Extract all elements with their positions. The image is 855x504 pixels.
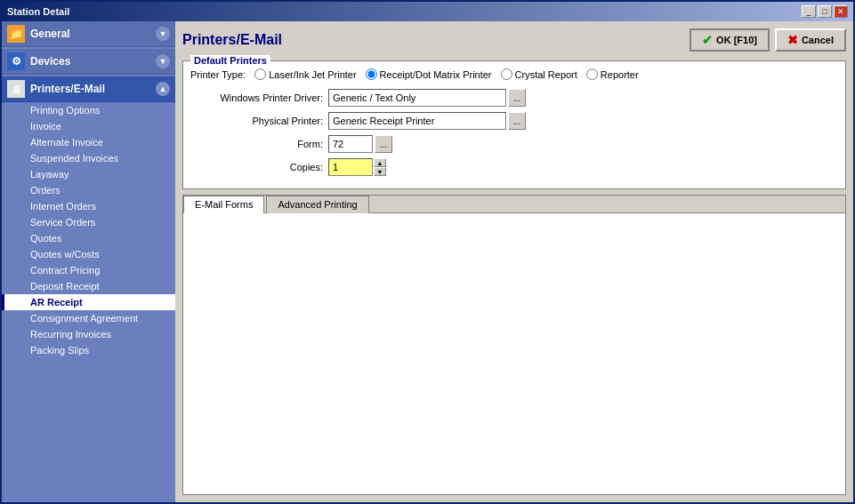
sidebar-item-orders[interactable]: Orders	[2, 182, 175, 198]
ok-button[interactable]: ✔ OK [F10]	[690, 28, 770, 52]
sidebar-section-devices: ⚙ Devices ▼	[2, 49, 175, 75]
copies-decrement-button[interactable]: ▼	[374, 167, 386, 176]
panel-title: Printers/E-Mail	[182, 32, 282, 48]
sidebar-item-alternate-invoice[interactable]: Alternate Invoice	[2, 134, 175, 150]
sidebar: 📁 General ▼ ⚙ Devices ▼ 🖨 Printers/E-Mai…	[2, 21, 175, 502]
sidebar-general-label: General	[30, 28, 70, 40]
radio-laser[interactable]: Laser/Ink Jet Printer	[254, 68, 356, 80]
maximize-button[interactable]: □	[818, 5, 832, 18]
sidebar-section-general: 📁 General ▼	[2, 21, 175, 47]
header-buttons: ✔ OK [F10] ✖ Cancel	[690, 28, 846, 52]
form-row: Form: ...	[190, 135, 838, 153]
sidebar-item-recurring-invoices[interactable]: Recurring Invoices	[2, 326, 175, 342]
tab-section: E-Mail Forms Advanced Printing	[182, 195, 846, 495]
physical-printer-label: Physical Printer:	[190, 116, 328, 126]
sidebar-item-invoice[interactable]: Invoice	[2, 118, 175, 134]
printers-chevron: ▲	[156, 82, 170, 96]
sidebar-item-internet-orders[interactable]: Internet Orders	[2, 198, 175, 214]
radio-laser-label: Laser/Ink Jet Printer	[269, 69, 356, 80]
sidebar-item-layaway[interactable]: Layaway	[2, 166, 175, 182]
tab-email-forms[interactable]: E-Mail Forms	[183, 196, 264, 213]
sidebar-item-printing-options[interactable]: Printing Options	[2, 102, 175, 118]
printers-icon: 🖨	[7, 80, 25, 98]
general-chevron: ▼	[156, 27, 170, 41]
copies-row: Copies: ▲ ▼	[190, 158, 838, 176]
ok-check-icon: ✔	[702, 33, 713, 47]
sidebar-printers-label: Printers/E-Mail	[30, 83, 105, 95]
windows-driver-row: Windows Printer Driver: ...	[190, 89, 838, 107]
cancel-x-icon: ✖	[787, 33, 798, 47]
sidebar-devices-label: Devices	[30, 55, 70, 68]
form-label: Form:	[190, 139, 328, 149]
ok-button-label: OK [F10]	[716, 35, 757, 45]
sidebar-item-contract-pricing[interactable]: Contract Pricing	[2, 262, 175, 278]
sidebar-item-consignment-agreement[interactable]: Consignment Agreement	[2, 310, 175, 326]
radio-reporter[interactable]: Reporter	[586, 68, 639, 80]
general-icon: 📁	[7, 25, 25, 43]
windows-driver-label: Windows Printer Driver:	[190, 92, 328, 103]
window-title: Station Detail	[7, 6, 69, 17]
tab-advanced-printing-label: Advanced Printing	[278, 199, 357, 210]
sidebar-header-printers[interactable]: 🖨 Printers/E-Mail ▲	[2, 76, 175, 102]
devices-chevron: ▼	[156, 54, 170, 68]
radio-receipt-label: Receipt/Dot Matrix Printer	[380, 69, 492, 80]
sidebar-item-deposit-receipt[interactable]: Deposit Receipt	[2, 278, 175, 294]
radio-crystal-input[interactable]	[501, 68, 512, 80]
minimize-button[interactable]: _	[802, 5, 816, 18]
sidebar-item-ar-receipt[interactable]: AR Receipt	[2, 294, 175, 310]
physical-printer-browse-button[interactable]: ...	[508, 112, 526, 130]
content-area: 📁 General ▼ ⚙ Devices ▼ 🖨 Printers/E-Mai…	[2, 21, 853, 502]
form-browse-button[interactable]: ...	[375, 135, 392, 153]
devices-icon: ⚙	[7, 52, 25, 70]
printer-type-row: Printer Type: Laser/Ink Jet Printer Rece…	[190, 68, 838, 80]
sidebar-header-devices[interactable]: ⚙ Devices ▼	[2, 49, 175, 75]
radio-laser-input[interactable]	[254, 68, 266, 80]
sidebar-item-quotes-wcosts[interactable]: Quotes w/Costs	[2, 246, 175, 262]
close-button[interactable]: ✕	[834, 5, 848, 18]
default-printers-group: Default Printers Printer Type: Laser/Ink…	[182, 60, 846, 189]
sidebar-header-general[interactable]: 📁 General ▼	[2, 21, 175, 47]
title-bar: Station Detail _ □ ✕	[2, 2, 853, 21]
cancel-button-label: Cancel	[802, 35, 834, 45]
physical-printer-row: Physical Printer: ...	[190, 112, 838, 130]
sidebar-item-packing-slips[interactable]: Packing Slips	[2, 342, 175, 358]
tab-bar: E-Mail Forms Advanced Printing	[183, 196, 845, 213]
copies-label: Copies:	[190, 162, 328, 172]
physical-printer-input[interactable]	[328, 112, 506, 130]
radio-reporter-input[interactable]	[586, 68, 598, 80]
sidebar-item-service-orders[interactable]: Service Orders	[2, 214, 175, 230]
radio-reporter-label: Reporter	[601, 69, 639, 80]
copies-input[interactable]	[328, 158, 373, 176]
main-window: Station Detail _ □ ✕ 📁 General ▼ ⚙ Devic…	[0, 0, 855, 504]
tab-advanced-printing[interactable]: Advanced Printing	[266, 196, 368, 213]
radio-receipt-input[interactable]	[366, 68, 377, 80]
radio-crystal[interactable]: Crystal Report	[501, 68, 577, 80]
main-panel: Printers/E-Mail ✔ OK [F10] ✖ Cancel Defa…	[175, 21, 853, 502]
radio-crystal-label: Crystal Report	[515, 69, 577, 80]
cancel-button[interactable]: ✖ Cancel	[775, 28, 846, 52]
copies-spinner: ▲ ▼	[374, 158, 386, 176]
tab-email-forms-label: E-Mail Forms	[195, 199, 253, 210]
radio-receipt[interactable]: Receipt/Dot Matrix Printer	[366, 68, 492, 80]
panel-header: Printers/E-Mail ✔ OK [F10] ✖ Cancel	[182, 28, 846, 52]
copies-increment-button[interactable]: ▲	[374, 158, 386, 167]
windows-driver-input[interactable]	[328, 89, 506, 107]
sidebar-item-quotes[interactable]: Quotes	[2, 230, 175, 246]
windows-driver-browse-button[interactable]: ...	[508, 89, 526, 107]
form-input[interactable]	[328, 135, 373, 153]
sidebar-item-suspended-invoices[interactable]: Suspended Invoices	[2, 150, 175, 166]
group-box-title: Default Printers	[190, 55, 270, 66]
printer-type-label: Printer Type:	[190, 69, 246, 80]
title-bar-buttons: _ □ ✕	[802, 5, 848, 18]
tab-content	[183, 213, 845, 494]
